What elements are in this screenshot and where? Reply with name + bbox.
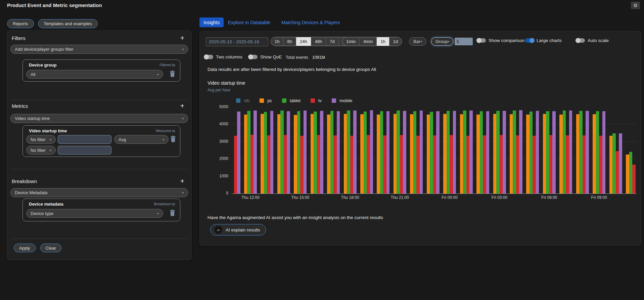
range-button-48h[interactable]: 48h <box>311 37 326 46</box>
date-range-input[interactable] <box>206 37 268 46</box>
metric-filter-value-1[interactable] <box>58 135 111 144</box>
x-tick-label: Fri 09:00 <box>584 195 614 200</box>
legend-label: mobile <box>339 98 352 103</box>
bar-mobile <box>436 111 440 194</box>
bar-pc <box>344 114 347 194</box>
bar-mobile <box>270 111 274 194</box>
range-button-1h[interactable]: 1h <box>271 37 283 46</box>
toggle-track[interactable] <box>525 38 534 43</box>
interval-button-4min[interactable]: 4min <box>359 37 376 46</box>
bar-tablet <box>596 111 599 194</box>
tab-matching-devices-players[interactable]: Matching Devices & Players <box>281 20 340 25</box>
range-button-7d[interactable]: 7d <box>326 37 338 46</box>
group-count-input[interactable] <box>455 38 473 45</box>
chart-subtitle: Avg per hour <box>208 88 231 92</box>
reports-button[interactable]: Reports <box>7 19 34 28</box>
bar-mobile <box>586 111 589 194</box>
trash-icon[interactable] <box>170 71 175 77</box>
chart-title: Video startup time <box>208 80 245 86</box>
add-device-player-groups-filter-select[interactable]: Add device/player groups filter ▾ <box>10 45 188 54</box>
add-filter-button[interactable]: + <box>179 35 186 41</box>
metric-card: Video startup time Measured as No filter… <box>22 125 180 157</box>
bar-tv <box>599 136 602 194</box>
tab-insights[interactable]: Insights <box>199 17 224 27</box>
bar-tv <box>267 135 270 194</box>
bar-pc <box>294 115 297 194</box>
legend-item-stb[interactable]: stb <box>236 98 249 103</box>
toggle-track[interactable] <box>576 38 585 43</box>
toggle-track[interactable] <box>477 38 486 43</box>
bar-pc <box>360 114 364 194</box>
bar-mobile <box>536 111 539 194</box>
interval-group: 1min 4min 1h 1d <box>342 37 402 46</box>
bar-tv <box>234 136 237 194</box>
interval-button-1min[interactable]: 1min <box>342 37 359 46</box>
device-group-select[interactable]: All ▾ <box>26 70 163 79</box>
chevron-down-icon: ▾ <box>157 212 159 215</box>
metric-filter-value-2[interactable] <box>58 146 111 155</box>
interval-button-1d[interactable]: 1d <box>389 37 402 46</box>
tab-explore-in-datatable[interactable]: Explore in Datatable <box>228 20 270 25</box>
legend-swatch <box>311 98 315 103</box>
breakdown-by-select[interactable]: Device type ▾ <box>26 209 163 218</box>
group-by-select[interactable]: Group ▾ <box>431 37 453 46</box>
bar-tablet <box>280 111 284 194</box>
y-tick-label: 3000 <box>203 139 228 144</box>
bar-tv <box>632 165 636 194</box>
legend-item-pc[interactable]: pc <box>260 98 272 103</box>
bar-pc <box>593 114 596 194</box>
bar-tv <box>317 135 320 194</box>
two-columns-toggle[interactable]: Two columns <box>204 54 242 59</box>
show-comparison-toggle[interactable]: Show comparison <box>477 38 524 43</box>
bar-tv <box>616 151 619 194</box>
trash-icon[interactable] <box>170 210 175 216</box>
bar-tablet <box>563 111 566 194</box>
x-tick-label: Fri 03:00 <box>485 195 515 200</box>
bar-pc <box>559 115 563 194</box>
bar-tablet <box>480 111 483 194</box>
bar-pc <box>244 115 247 194</box>
bar-tv <box>400 135 403 194</box>
bar-mobile <box>320 111 323 194</box>
gear-icon: ⚙ <box>633 3 638 8</box>
bar-tablet <box>297 111 301 194</box>
range-button-6h[interactable]: 6h <box>283 37 295 46</box>
bar-tablet <box>513 111 516 194</box>
bar-tv <box>566 135 569 194</box>
measured-as-select[interactable]: Avg ▾ <box>114 135 169 144</box>
bar-tv <box>250 135 254 194</box>
bar-tablet <box>413 111 417 194</box>
legend-label: tablet <box>290 98 301 103</box>
legend-item-mobile[interactable]: mobile <box>332 98 352 103</box>
breakdown-select[interactable]: Device Metadata ▾ <box>10 188 188 197</box>
svg-text:AI: AI <box>217 228 220 232</box>
select-value: Video startup time <box>15 116 50 121</box>
chart-type-select[interactable]: Bar ▾ <box>409 37 426 46</box>
ai-explain-results-button[interactable]: AI AI explain results <box>210 224 266 235</box>
bar-tv <box>466 136 470 194</box>
filter-sidebar: Filters + Add device/player groups filte… <box>7 30 192 260</box>
range-button-24h[interactable]: 24h <box>296 37 311 46</box>
show-qoe-toggle[interactable]: Show QoE <box>249 54 282 59</box>
toggle-knob <box>530 38 535 43</box>
toggle-track[interactable] <box>204 55 213 59</box>
metric-filter-select-1[interactable]: No filter ▾ <box>26 135 56 144</box>
interval-button-1h[interactable]: 1h <box>376 37 389 46</box>
bar-pc <box>526 115 530 194</box>
metric-select[interactable]: Video startup time ▾ <box>10 114 188 123</box>
metric-filter-select-2[interactable]: No filter ▾ <box>26 146 56 155</box>
apply-button[interactable]: Apply <box>14 244 36 252</box>
settings-button[interactable]: ⚙ <box>631 2 640 9</box>
legend-item-tv[interactable]: tv <box>311 98 322 103</box>
legend-item-tablet[interactable]: tablet <box>282 98 301 103</box>
toggle-track[interactable] <box>249 55 258 59</box>
filters-section-title: Filters <box>12 35 26 41</box>
auto-scale-toggle[interactable]: Auto scale <box>576 38 609 43</box>
add-breakdown-button[interactable]: + <box>179 178 186 184</box>
chart-plot <box>232 107 637 194</box>
trash-icon[interactable] <box>170 136 176 142</box>
large-charts-toggle[interactable]: Large charts <box>525 38 562 43</box>
add-metric-button[interactable]: + <box>179 102 186 109</box>
clear-button[interactable]: Clear <box>40 244 61 252</box>
templates-button[interactable]: Templates and examples <box>38 19 98 28</box>
